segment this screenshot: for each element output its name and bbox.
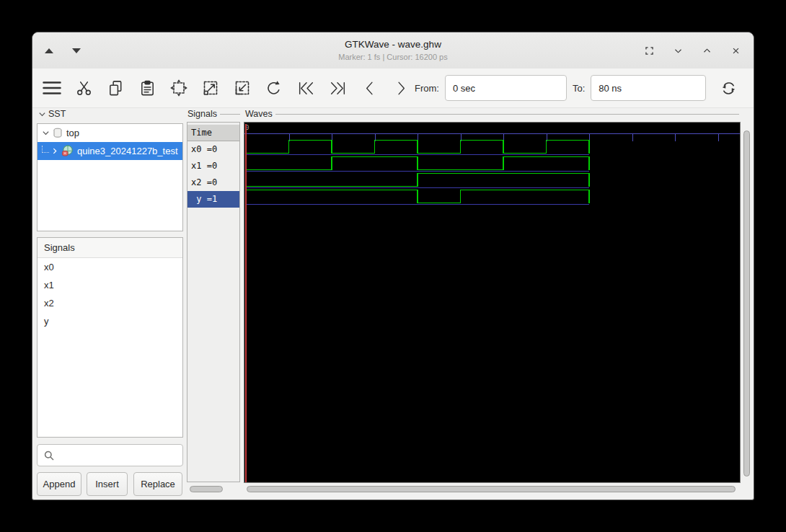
names-hscrollbar[interactable] xyxy=(187,484,240,495)
tree-item-testbench[interactable]: quine3_20241227b_test xyxy=(37,142,182,160)
step-back-button[interactable] xyxy=(358,77,380,99)
tree-item-label: top xyxy=(66,128,79,138)
signal-item-x2[interactable]: x2 xyxy=(37,294,182,312)
chevron-right-icon xyxy=(392,79,410,97)
signals-frame-label: Signals xyxy=(187,109,240,119)
wave-row-x1[interactable]: x1 =0 xyxy=(187,158,239,174)
signal-item-x1[interactable]: x1 xyxy=(37,276,182,294)
chevron-down-icon xyxy=(673,45,684,56)
expander-chevron-icon[interactable] xyxy=(51,147,58,155)
paste-button[interactable] xyxy=(136,77,158,99)
wave-row-x2[interactable]: x2 =0 xyxy=(187,174,239,191)
menu-icon xyxy=(41,77,63,99)
scope-icon xyxy=(53,128,63,138)
search-icon xyxy=(43,450,55,461)
wave-canvas[interactable]: 0 xyxy=(244,122,741,483)
from-input[interactable] xyxy=(445,75,567,101)
scrollbar-thumb[interactable] xyxy=(743,130,750,476)
signal-trace-y xyxy=(246,190,589,203)
toolbar: From: To: xyxy=(32,68,754,108)
close-icon xyxy=(730,45,741,56)
zoom-out-button[interactable] xyxy=(231,77,253,99)
wave-signal-names: Time x0 =0 x1 =0 x2 =0 y =1 xyxy=(187,122,240,482)
to-input[interactable] xyxy=(591,75,706,101)
minimize-button[interactable] xyxy=(671,44,684,57)
tree-guide-line xyxy=(42,146,49,153)
sst-label: SST xyxy=(48,109,66,119)
close-button[interactable] xyxy=(729,44,742,57)
zoom-out-icon xyxy=(233,79,252,97)
fullscreen-button[interactable] xyxy=(643,44,655,57)
zoom-fit-button[interactable] xyxy=(168,77,190,99)
maximize-button[interactable] xyxy=(700,44,713,57)
signal-trace-x2 xyxy=(246,174,589,187)
skip-to-start-button[interactable] xyxy=(295,77,317,99)
undo-icon xyxy=(265,79,283,97)
tree-item-top[interactable]: top xyxy=(37,124,182,142)
scrollbar-thumb[interactable] xyxy=(190,486,223,492)
wave-time-header[interactable]: Time xyxy=(187,125,239,141)
signal-browser-header: Signals xyxy=(37,238,182,258)
cut-button[interactable] xyxy=(73,77,94,99)
zoom-fit-icon xyxy=(169,79,188,97)
signal-trace-x1 xyxy=(246,157,589,170)
step-forward-button[interactable] xyxy=(390,77,412,99)
wave-row-x0[interactable]: x0 =0 xyxy=(187,141,239,158)
waves-hscrollbar[interactable] xyxy=(244,484,740,495)
skip-end-icon xyxy=(328,79,348,98)
chevron-up-icon xyxy=(702,45,712,56)
insert-button[interactable]: Insert xyxy=(87,472,128,496)
sst-tree: top quine3_20241227b_test xyxy=(37,123,183,231)
undo-button[interactable] xyxy=(263,77,285,99)
wave-row-y[interactable]: y =1 xyxy=(187,191,239,208)
skip-start-icon xyxy=(296,79,316,98)
cut-icon xyxy=(75,79,93,97)
sst-expander[interactable]: SST xyxy=(38,109,66,119)
replace-button[interactable]: Replace xyxy=(133,472,182,496)
signal-item-y[interactable]: y xyxy=(37,312,182,330)
reload-icon xyxy=(719,79,738,98)
signal-search-input[interactable] xyxy=(37,444,183,466)
waveform-plot: 0 xyxy=(244,123,740,482)
signal-item-x0[interactable]: x0 xyxy=(37,258,182,276)
waves-frame-label: Waves xyxy=(245,109,739,119)
tree-item-label: quine3_20241227b_test xyxy=(77,146,178,156)
copy-icon xyxy=(107,79,125,97)
append-button[interactable]: Append xyxy=(37,472,81,496)
signal-trace-x0 xyxy=(246,141,589,154)
to-label: To: xyxy=(573,83,585,94)
copy-button[interactable] xyxy=(105,77,126,99)
expander-chevron-icon[interactable] xyxy=(42,129,50,137)
chevron-left-icon xyxy=(361,79,379,97)
scrollbar-thumb[interactable] xyxy=(247,486,736,492)
skip-to-end-button[interactable] xyxy=(327,77,348,99)
menu-button[interactable] xyxy=(41,77,63,99)
zoom-in-icon xyxy=(201,79,220,97)
expander-chevron-icon xyxy=(38,110,46,118)
gtkwave-window: GTKWave - wave.ghw Marker: 1 fs | Cursor… xyxy=(32,32,754,500)
titlebar[interactable]: GTKWave - wave.ghw Marker: 1 fs | Cursor… xyxy=(32,32,754,69)
from-label: From: xyxy=(415,83,439,94)
zoom-in-button[interactable] xyxy=(200,77,221,99)
waves-vscrollbar[interactable] xyxy=(741,122,752,482)
module-icon xyxy=(61,145,74,157)
paste-icon xyxy=(138,79,156,97)
fullscreen-icon xyxy=(643,45,655,57)
signal-browser: Signals x0 x1 x2 y xyxy=(37,237,183,438)
reload-button[interactable] xyxy=(717,77,739,99)
